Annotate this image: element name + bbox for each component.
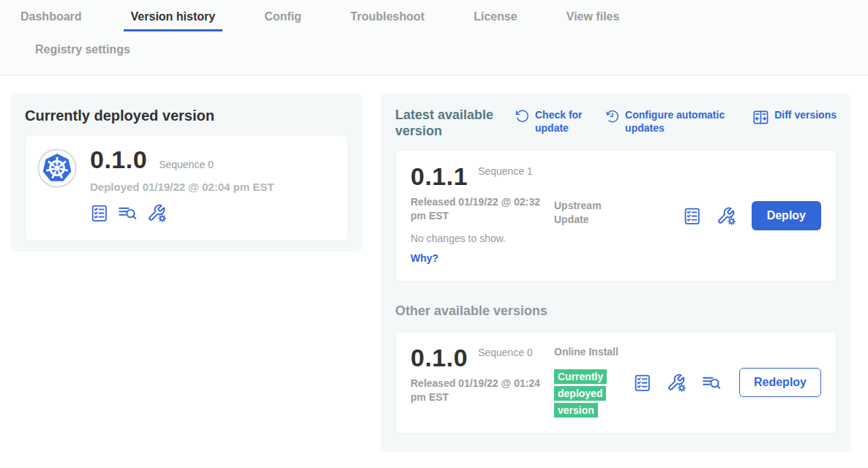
other-available-versions-title: Other available versions bbox=[395, 303, 837, 319]
refresh-icon bbox=[515, 109, 530, 124]
latest-source-label: Upstream Update bbox=[554, 162, 627, 269]
other-source-label: Online Install bbox=[554, 345, 627, 359]
currently-deployed-card: 0.1.0 Sequence 0 Deployed 01/19/22 @ 02:… bbox=[25, 135, 348, 241]
currently-deployed-badge: Currently deployed version bbox=[554, 369, 617, 419]
configure-automatic-updates-link[interactable]: Configure automatic updates bbox=[605, 109, 736, 135]
latest-version-number: 0.1.1 bbox=[411, 162, 468, 191]
kubernetes-logo-icon bbox=[37, 148, 77, 188]
check-for-update-link[interactable]: Check for update bbox=[515, 109, 589, 135]
header-links: Check for update Configure automatic upd… bbox=[515, 107, 837, 135]
tab-troubleshoot[interactable]: Troubleshoot bbox=[343, 7, 432, 31]
release-notes-icon[interactable] bbox=[702, 373, 722, 393]
other-version-number: 0.1.0 bbox=[411, 344, 468, 372]
preflight-checks-icon[interactable] bbox=[633, 374, 651, 392]
why-link[interactable]: Why? bbox=[411, 252, 438, 264]
deployed-timestamp: Deployed 01/19/22 @ 02:04 pm EST bbox=[90, 181, 274, 193]
deploy-button[interactable]: Deploy bbox=[752, 201, 821, 230]
nav-row-2: Registry settings bbox=[0, 31, 868, 75]
tab-config[interactable]: Config bbox=[257, 7, 309, 31]
latest-available-title: Latest available version bbox=[395, 107, 502, 139]
currently-deployed-panel: Currently deployed version 0.1.0 Sequenc… bbox=[10, 93, 363, 252]
other-released-timestamp: Released 01/19/22 @ 01:24 pm EST bbox=[411, 377, 550, 404]
available-versions-header: Latest available version Check for updat… bbox=[395, 107, 837, 139]
other-source-column: Online Install Currently deployed versio… bbox=[554, 344, 627, 421]
latest-sequence-label: Sequence 1 bbox=[478, 162, 534, 178]
configure-automatic-updates-label: Configure automatic updates bbox=[625, 109, 736, 135]
tab-registry-settings[interactable]: Registry settings bbox=[28, 40, 138, 64]
latest-released-timestamp: Released 01/19/22 @ 02:32 pm EST bbox=[411, 195, 550, 223]
diff-versions-label: Diff versions bbox=[774, 109, 837, 135]
tab-view-files[interactable]: View files bbox=[559, 7, 627, 31]
config-icon[interactable] bbox=[667, 373, 686, 393]
tab-license[interactable]: License bbox=[466, 7, 525, 31]
top-navigation: Dashboard Version history Config Trouble… bbox=[0, 0, 868, 75]
config-icon[interactable] bbox=[147, 203, 167, 223]
available-versions-panel: Latest available version Check for updat… bbox=[381, 93, 851, 452]
currently-deployed-title: Currently deployed version bbox=[25, 107, 348, 124]
deployed-sequence-label: Sequence 0 bbox=[159, 159, 214, 170]
schedule-update-icon bbox=[605, 109, 620, 124]
check-for-update-label: Check for update bbox=[535, 109, 589, 135]
other-version-info: 0.1.0 Sequence 0 Released 01/19/22 @ 01:… bbox=[411, 344, 554, 421]
preflight-checks-icon[interactable] bbox=[90, 204, 108, 222]
latest-version-actions: Deploy bbox=[683, 201, 821, 230]
deployed-version-number: 0.1.0 bbox=[90, 146, 147, 174]
other-version-card: 0.1.0 Sequence 0 Released 01/19/22 @ 01:… bbox=[395, 331, 837, 434]
no-changes-note: No changes to show. bbox=[411, 233, 554, 244]
deployed-version-info: 0.1.0 Sequence 0 Deployed 01/19/22 @ 02:… bbox=[90, 146, 274, 230]
currently-deployed-badge-text: Currently deployed version bbox=[554, 369, 607, 418]
diff-icon bbox=[752, 109, 769, 126]
tab-dashboard[interactable]: Dashboard bbox=[13, 7, 89, 31]
release-notes-icon[interactable] bbox=[118, 203, 138, 223]
redeploy-button[interactable]: Redeploy bbox=[739, 368, 821, 397]
config-icon[interactable] bbox=[717, 206, 736, 226]
other-sequence-label: Sequence 0 bbox=[478, 344, 534, 360]
diff-versions-link[interactable]: Diff versions bbox=[752, 109, 837, 135]
other-version-actions: Redeploy bbox=[633, 368, 821, 397]
latest-version-card: 0.1.1 Sequence 1 Released 01/19/22 @ 02:… bbox=[395, 150, 837, 282]
latest-version-info: 0.1.1 Sequence 1 Released 01/19/22 @ 02:… bbox=[411, 162, 554, 269]
tab-version-history[interactable]: Version history bbox=[124, 7, 223, 31]
preflight-checks-icon[interactable] bbox=[683, 207, 701, 225]
nav-row-1: Dashboard Version history Config Trouble… bbox=[0, 7, 868, 31]
